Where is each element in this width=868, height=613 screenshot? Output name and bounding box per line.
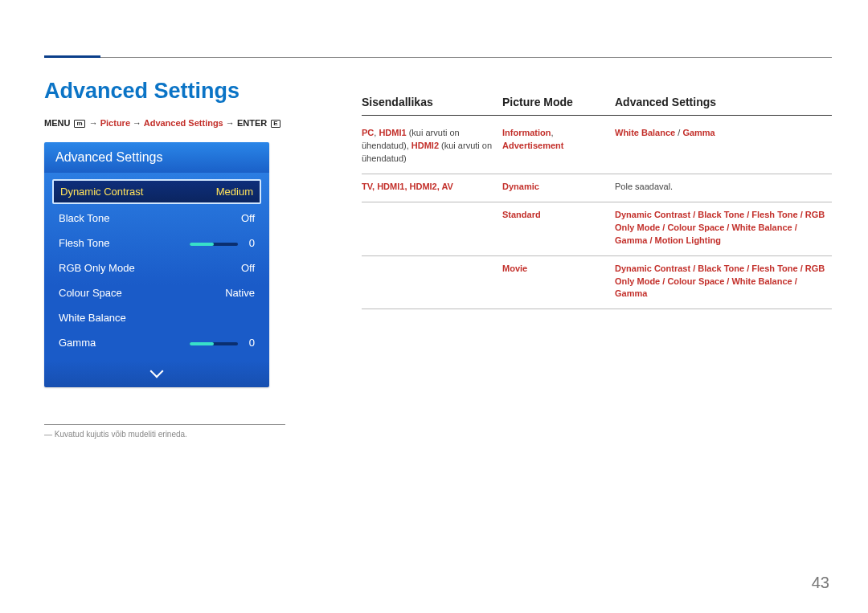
- osd-row-colour-space[interactable]: Colour Space Native: [52, 282, 261, 304]
- src-hdmi1: HDMI1: [379, 128, 406, 137]
- osd-row-gamma[interactable]: Gamma 0: [52, 332, 261, 353]
- osd-label: Dynamic Contrast: [60, 186, 143, 198]
- enter-icon: E: [271, 120, 280, 128]
- cell-adv: Pole saadaval.: [615, 181, 832, 194]
- footnote-prefix: ―: [44, 430, 52, 439]
- osd-header: Advanced Settings: [44, 142, 269, 173]
- pm-sep: ,: [551, 128, 554, 137]
- cell-src-empty: [362, 209, 502, 247]
- table-row: Standard Dynamic Contrast / Black Tone /…: [362, 202, 832, 256]
- table-row: Movie Dynamic Contrast / Black Tone / Fl…: [362, 256, 832, 310]
- page-content: Advanced Settings MENU m → Picture → Adv…: [44, 56, 832, 439]
- osd-value: Off: [241, 262, 255, 274]
- cell-src: TV, HDMI1, HDMI2, AV: [362, 181, 502, 194]
- breadcrumb-enter: ENTER: [237, 118, 267, 128]
- breadcrumb-arrow: →: [89, 118, 100, 128]
- pm-ad: Advertisement: [502, 141, 563, 150]
- src-pc: PC: [362, 128, 374, 137]
- osd-label: RGB Only Mode: [59, 262, 135, 274]
- cell-adv: White Balance / Gamma: [615, 127, 832, 166]
- table-row-group: TV, HDMI1, HDMI2, AV Dynamic Pole saadav…: [362, 174, 832, 310]
- adv-wb: White Balance: [615, 128, 675, 137]
- footnote-divider: [44, 424, 285, 425]
- comparison-table: Sisendallikas Picture Mode Advanced Sett…: [362, 96, 832, 309]
- osd-label: Colour Space: [59, 287, 122, 299]
- cell-pm: Movie: [502, 263, 615, 301]
- osd-value: 0: [249, 237, 255, 249]
- osd-label: Flesh Tone: [59, 237, 109, 249]
- slider-icon[interactable]: [190, 243, 238, 246]
- footnote: ― Kuvatud kujutis võib mudeliti erineda.: [44, 430, 285, 439]
- osd-label: White Balance: [59, 312, 126, 324]
- header-picture-mode: Picture Mode: [502, 96, 615, 108]
- osd-row-rgb-only[interactable]: RGB Only Mode Off: [52, 257, 261, 279]
- breadcrumb-arrow: →: [133, 118, 144, 128]
- cell-pm: Information, Advertisement: [502, 127, 615, 166]
- breadcrumb-menu: MENU: [44, 118, 70, 128]
- osd-value: Off: [241, 212, 255, 224]
- osd-row-flesh-tone[interactable]: Flesh Tone 0: [52, 232, 261, 254]
- cell-pm: Standard: [502, 209, 615, 247]
- header-advanced-settings: Advanced Settings: [615, 96, 832, 108]
- breadcrumb-arrow: →: [226, 118, 237, 128]
- breadcrumb-picture: Picture: [100, 118, 130, 128]
- osd-body: Dynamic Contrast Medium Black Tone Off F…: [44, 173, 269, 360]
- osd-slider-wrap: 0: [190, 237, 255, 249]
- osd-value: Native: [225, 287, 255, 299]
- osd-value: Medium: [216, 186, 253, 198]
- breadcrumb-adv: Advanced Settings: [144, 118, 223, 128]
- cell-src-empty: [362, 263, 502, 301]
- osd-row-black-tone[interactable]: Black Tone Off: [52, 207, 261, 229]
- cell-pm: Dynamic: [502, 181, 615, 194]
- menu-icon: m: [74, 120, 84, 128]
- table-row: TV, HDMI1, HDMI2, AV Dynamic Pole saadav…: [362, 174, 832, 202]
- osd-label: Gamma: [59, 337, 96, 349]
- footnote-text: Kuvatud kujutis võib mudeliti erineda.: [55, 430, 187, 439]
- cell-adv: Dynamic Contrast / Black Tone / Flesh To…: [615, 263, 832, 301]
- osd-row-white-balance[interactable]: White Balance: [52, 307, 261, 329]
- cell-src: PC, HDMI1 (kui arvuti on ühendatud), HDM…: [362, 127, 502, 166]
- osd-label: Black Tone: [59, 212, 109, 224]
- adv-gamma: Gamma: [682, 128, 714, 137]
- src-hdmi2: HDMI2: [411, 141, 439, 150]
- osd-footer[interactable]: [44, 360, 269, 387]
- osd-slider-wrap: 0: [190, 337, 255, 349]
- header-sisendallikas: Sisendallikas: [362, 96, 502, 108]
- table-row: PC, HDMI1 (kui arvuti on ühendatud), HDM…: [362, 121, 832, 174]
- pm-info: Information: [502, 128, 551, 137]
- osd-row-dynamic-contrast[interactable]: Dynamic Contrast Medium: [52, 179, 261, 204]
- cell-adv: Dynamic Contrast / Black Tone / Flesh To…: [615, 209, 832, 247]
- chevron-down-icon: [150, 365, 164, 378]
- slider-icon[interactable]: [190, 342, 238, 345]
- osd-panel: Advanced Settings Dynamic Contrast Mediu…: [44, 142, 269, 387]
- page-number: 43: [812, 574, 829, 592]
- table-header: Sisendallikas Picture Mode Advanced Sett…: [362, 96, 832, 116]
- osd-value: 0: [249, 337, 255, 349]
